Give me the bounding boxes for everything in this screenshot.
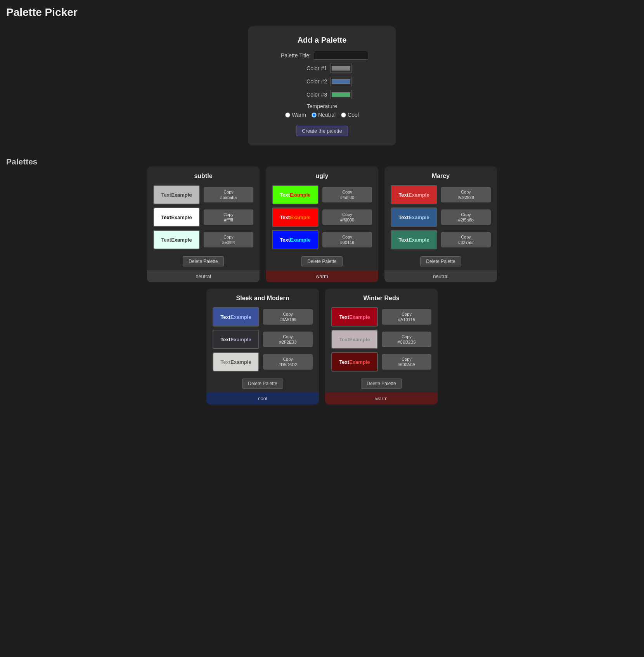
color-row-winter-reds-2: Text ExampleCopy #600A0A — [331, 352, 431, 372]
color-preview-subtle-1: Text Example — [153, 207, 200, 227]
copy-button-sleek-and-modern-1[interactable]: Copy #2F2E33 — [263, 332, 313, 348]
palettes-section: Palettes subtleText ExampleCopy #bababaT… — [6, 157, 638, 405]
color3-picker[interactable] — [330, 90, 352, 99]
delete-button-sleek-and-modern[interactable]: Delete Palette — [242, 379, 283, 389]
color-row-winter-reds-1: Text ExampleCopy #C0B2B5 — [331, 330, 431, 349]
temperature-badge-subtle: neutral — [147, 270, 260, 282]
color-row-subtle-2: Text ExampleCopy #e0fff4 — [153, 230, 253, 249]
copy-button-ugly-0[interactable]: Copy #4dff00 — [322, 187, 372, 203]
temp-warm-radio[interactable] — [285, 112, 290, 118]
color-row-ugly-1: Text ExampleCopy #ff0000 — [272, 207, 372, 227]
delete-button-subtle[interactable]: Delete Palette — [183, 256, 223, 266]
temp-neutral-radio[interactable] — [312, 112, 317, 118]
copy-button-subtle-0[interactable]: Copy #bababa — [204, 187, 253, 203]
temperature-badge-ugly: warm — [266, 270, 378, 282]
color-row-sleek-and-modern-1: Text ExampleCopy #2F2E33 — [213, 330, 313, 349]
color-row-subtle-0: Text ExampleCopy #bababa — [153, 185, 253, 204]
copy-button-ugly-1[interactable]: Copy #ff0000 — [322, 209, 372, 225]
color-row-winter-reds-0: Text ExampleCopy #A10115 — [331, 307, 431, 327]
copy-button-ugly-2[interactable]: Copy #0011ff — [322, 232, 372, 248]
palette-name-sleek-and-modern: Sleek and Modern — [213, 295, 313, 302]
color2-picker[interactable] — [330, 77, 352, 86]
temp-warm-label: Warm — [292, 112, 306, 118]
copy-button-winter-reds-2[interactable]: Copy #600A0A — [382, 354, 431, 370]
temperature-badge-winter-reds: warm — [325, 392, 438, 405]
color-row-sleek-and-modern-0: Text ExampleCopy #3A5199 — [213, 307, 313, 327]
add-palette-form: Add a Palette Palette Title: Color #1 Co… — [248, 26, 396, 145]
copy-button-marcy-2[interactable]: Copy #327a5f — [441, 232, 491, 248]
palette-name-subtle: subtle — [153, 173, 253, 180]
create-palette-button[interactable]: Create the palette — [296, 126, 348, 136]
color-row-marcy-1: Text ExampleCopy #2f5a8b — [391, 207, 491, 227]
color-preview-subtle-0: Text Example — [153, 185, 200, 204]
palette-name-winter-reds: Winter Reds — [331, 295, 431, 302]
color-row-ugly-0: Text ExampleCopy #4dff00 — [272, 185, 372, 204]
color-preview-winter-reds-1: Text Example — [331, 330, 378, 349]
copy-button-subtle-2[interactable]: Copy #e0fff4 — [204, 232, 253, 248]
palette-card-winter-reds: Winter RedsText ExampleCopy #A10115Text … — [325, 289, 438, 405]
temperature-badge-marcy: neutral — [384, 270, 497, 282]
color-row-ugly-2: Text ExampleCopy #0011ff — [272, 230, 372, 249]
color-preview-sleek-and-modern-0: Text Example — [213, 307, 259, 327]
copy-button-sleek-and-modern-2[interactable]: Copy #D5D6D2 — [263, 354, 313, 370]
temp-cool-option[interactable]: Cool — [341, 112, 359, 118]
app-title: Palette Picker — [6, 6, 638, 19]
color-preview-ugly-2: Text Example — [272, 230, 319, 249]
color1-picker[interactable] — [330, 64, 352, 73]
color-preview-sleek-and-modern-1: Text Example — [213, 330, 259, 349]
copy-button-marcy-1[interactable]: Copy #2f5a8b — [441, 209, 491, 225]
color-preview-marcy-0: Text Example — [391, 185, 437, 204]
copy-button-winter-reds-1[interactable]: Copy #C0B2B5 — [382, 332, 431, 348]
palettes-heading: Palettes — [6, 157, 638, 166]
palette-card-subtle: subtleText ExampleCopy #bababaText Examp… — [147, 166, 260, 282]
temperature-label: Temperature — [261, 103, 383, 109]
color-preview-subtle-2: Text Example — [153, 230, 200, 249]
title-label: Palette Title: — [276, 52, 311, 59]
delete-button-winter-reds[interactable]: Delete Palette — [361, 379, 402, 389]
form-heading: Add a Palette — [261, 36, 383, 45]
palette-card-ugly: uglyText ExampleCopy #4dff00Text Example… — [266, 166, 378, 282]
temp-neutral-option[interactable]: Neutral — [312, 112, 336, 118]
copy-button-sleek-and-modern-0[interactable]: Copy #3A5199 — [263, 309, 313, 325]
palette-name-marcy: Marcy — [391, 173, 491, 180]
color-row-subtle-1: Text ExampleCopy #ffffff — [153, 207, 253, 227]
color-preview-marcy-1: Text Example — [391, 207, 437, 227]
color-row-marcy-0: Text ExampleCopy #c92929 — [391, 185, 491, 204]
palette-name-ugly: ugly — [272, 173, 372, 180]
color-preview-sleek-and-modern-2: Text Example — [213, 352, 259, 372]
color-preview-ugly-0: Text Example — [272, 185, 319, 204]
copy-button-subtle-1[interactable]: Copy #ffffff — [204, 209, 253, 225]
color-preview-marcy-2: Text Example — [391, 230, 437, 249]
copy-button-winter-reds-0[interactable]: Copy #A10115 — [382, 309, 431, 325]
temp-cool-label: Cool — [348, 112, 359, 118]
copy-button-marcy-0[interactable]: Copy #c92929 — [441, 187, 491, 203]
temp-cool-radio[interactable] — [341, 112, 346, 118]
palette-card-sleek-and-modern: Sleek and ModernText ExampleCopy #3A5199… — [206, 289, 319, 405]
delete-button-marcy[interactable]: Delete Palette — [420, 256, 461, 266]
color-preview-ugly-1: Text Example — [272, 207, 319, 227]
palette-title-input[interactable] — [314, 51, 368, 60]
palette-card-marcy: MarcyText ExampleCopy #c92929Text Exampl… — [384, 166, 497, 282]
color3-label: Color #3 — [292, 92, 327, 98]
palettes-grid-row2: Sleek and ModernText ExampleCopy #3A5199… — [6, 289, 638, 405]
palettes-grid-row1: subtleText ExampleCopy #bababaText Examp… — [6, 166, 638, 282]
color-preview-winter-reds-2: Text Example — [331, 352, 378, 372]
temperature-badge-sleek-and-modern: cool — [206, 392, 319, 405]
temp-warm-option[interactable]: Warm — [285, 112, 306, 118]
color2-label: Color #2 — [292, 78, 327, 85]
color-row-marcy-2: Text ExampleCopy #327a5f — [391, 230, 491, 249]
color-row-sleek-and-modern-2: Text ExampleCopy #D5D6D2 — [213, 352, 313, 372]
delete-button-ugly[interactable]: Delete Palette — [301, 256, 342, 266]
color-preview-winter-reds-0: Text Example — [331, 307, 378, 327]
color1-label: Color #1 — [292, 65, 327, 71]
temp-neutral-label: Neutral — [318, 112, 336, 118]
